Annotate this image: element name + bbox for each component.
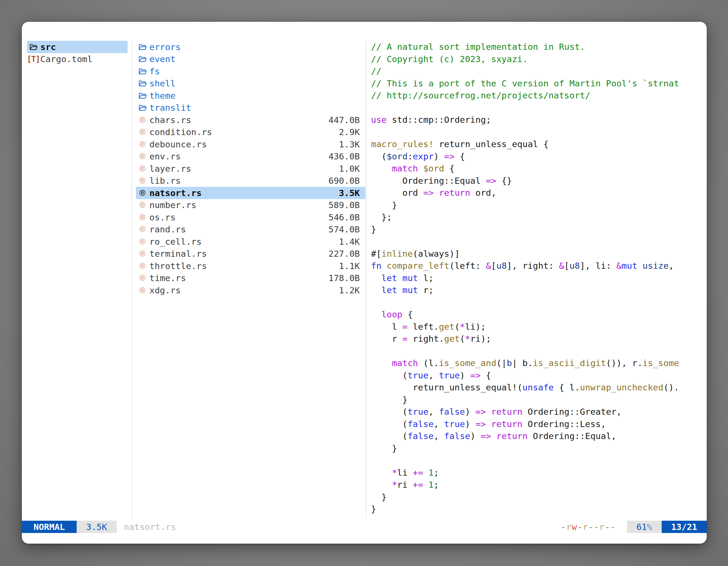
rust-icon: ® — [136, 261, 149, 271]
toml-icon: [T] — [27, 54, 40, 64]
file-row-shell[interactable]: shell — [136, 78, 365, 90]
code-line: let mut r; — [371, 284, 707, 296]
file-row-env.rs[interactable]: ®env.rs436.0B — [136, 151, 365, 163]
code-line: ($ord:expr) => { — [371, 151, 707, 163]
rust-icon: ® — [136, 273, 149, 283]
code-line: #[inline(always)] — [371, 248, 707, 260]
code-line: (true, false) => return Ordering::Greate… — [371, 406, 707, 418]
file-row-ro_cell.rs[interactable]: ®ro_cell.rs1.4K — [136, 236, 365, 248]
file-name: terminal.rs — [149, 249, 207, 259]
code-line: loop { — [371, 308, 707, 321]
file-row-xdg.rs[interactable]: ®xdg.rs1.2K — [136, 284, 365, 296]
rust-icon: ® — [136, 285, 149, 295]
file-size: 1.2K — [339, 285, 365, 295]
code-line: r = right.get(*ri); — [371, 333, 707, 345]
file-size: 436.0B — [328, 151, 365, 161]
rust-icon: ® — [136, 200, 149, 210]
parent-item-Cargo.toml[interactable]: [T]Cargo.toml — [27, 53, 128, 65]
file-row-translit[interactable]: translit — [136, 102, 365, 114]
code-line: } — [371, 199, 707, 212]
code-line: *li += 1; — [371, 467, 707, 479]
file-name: shell — [149, 78, 175, 88]
code-line: return_unless_equal!(unsafe { l.unwrap_u… — [371, 381, 707, 394]
file-row-fs[interactable]: fs — [136, 65, 365, 78]
pane-divider — [131, 41, 132, 518]
rust-icon: ® — [136, 152, 149, 161]
code-line: // http://sourcefrog.net/projects/natsor… — [371, 90, 707, 102]
file-size: 447.0B — [328, 115, 365, 125]
file-row-natsort.rs[interactable]: ®natsort.rs3.5K — [136, 187, 365, 199]
file-row-event[interactable]: event — [136, 53, 365, 65]
code-line: } — [371, 394, 707, 406]
file-row-condition.rs[interactable]: ®condition.rs2.9K — [136, 126, 365, 139]
code-line: fn compare_left(left: &[u8], right: &[u8… — [371, 260, 707, 272]
mode-label: NORMAL — [34, 522, 65, 532]
code-line — [371, 102, 707, 114]
file-name: env.rs — [149, 151, 181, 161]
file-size-label: 3.5K — [86, 522, 107, 532]
file-row-layer.rs[interactable]: ®layer.rs1.0K — [136, 163, 365, 175]
file-row-terminal.rs[interactable]: ®terminal.rs227.0B — [136, 248, 365, 260]
code-line: match $ord { — [371, 163, 707, 175]
code-line: *ri += 1; — [371, 479, 707, 491]
file-size: 589.0B — [328, 200, 365, 210]
folder-open-icon — [27, 43, 40, 51]
file-name: layer.rs — [149, 164, 191, 174]
file-name: Cargo.toml — [40, 54, 93, 64]
code-line — [371, 236, 707, 248]
file-row-time.rs[interactable]: ®time.rs178.0B — [136, 272, 365, 284]
file-name: errors — [149, 42, 181, 52]
cursor-position-label: 13/21 — [671, 522, 697, 532]
file-row-number.rs[interactable]: ®number.rs589.0B — [136, 199, 365, 212]
file-row-rand.rs[interactable]: ®rand.rs574.0B — [136, 224, 365, 236]
file-row-debounce.rs[interactable]: ®debounce.rs1.3K — [136, 138, 365, 151]
status-filename: natsort.rs — [117, 521, 176, 533]
file-name: debounce.rs — [149, 139, 207, 149]
file-preview-pane[interactable]: // A natural sort implementation in Rust… — [371, 41, 707, 517]
file-name: throttle.rs — [149, 261, 207, 271]
code-line: Ordering::Equal => {} — [371, 175, 707, 187]
status-bar: NORMAL 3.5K natsort.rs -rw-r--r-- 61% 13… — [22, 521, 707, 533]
file-row-chars.rs[interactable]: ®chars.rs447.0B — [136, 114, 365, 126]
file-size: 1.3K — [339, 139, 365, 149]
status-bar-left: NORMAL 3.5K natsort.rs — [22, 521, 176, 533]
file-row-errors[interactable]: errors — [136, 41, 365, 53]
rust-icon: ® — [136, 188, 149, 198]
file-row-os.rs[interactable]: ®os.rs546.0B — [136, 211, 365, 224]
file-name: src — [40, 42, 56, 52]
code-line: (false, false) => return Ordering::Equal… — [371, 430, 707, 442]
file-name: ro_cell.rs — [149, 237, 202, 247]
percent-symbol: % — [647, 522, 652, 532]
code-line: // — [371, 65, 707, 78]
file-row-lib.rs[interactable]: ®lib.rs690.0B — [136, 175, 365, 187]
file-name: translit — [149, 103, 191, 113]
mode-badge: NORMAL — [22, 521, 77, 533]
file-name: rand.rs — [149, 224, 186, 234]
parent-item-src[interactable]: src — [27, 41, 128, 53]
code-line: } — [371, 491, 707, 503]
folder-open-icon — [136, 104, 149, 112]
file-manager-window: src[T]Cargo.toml errorseventfsshelltheme… — [22, 22, 707, 544]
code-line: (false, true) => return Ordering::Less, — [371, 418, 707, 430]
parent-pane: src[T]Cargo.toml — [27, 41, 128, 65]
code-line: match (l.is_some_and(|b| b.is_ascii_digi… — [371, 357, 707, 369]
folder-open-icon — [136, 55, 149, 63]
cursor-position-badge: 13/21 — [662, 521, 707, 533]
file-name: time.rs — [149, 273, 186, 283]
file-row-theme[interactable]: theme — [136, 90, 365, 102]
code-line — [371, 345, 707, 357]
file-size: 3.5K — [339, 188, 365, 198]
rust-icon: ® — [136, 213, 149, 222]
file-name: natsort.rs — [149, 188, 202, 198]
file-size: 1.1K — [339, 261, 365, 271]
permissions-text: -rw-r--r-- — [561, 521, 616, 533]
folder-open-icon — [136, 91, 149, 100]
code-line: } — [371, 224, 707, 236]
code-line — [371, 454, 707, 467]
pane-divider — [366, 41, 367, 518]
file-name: lib.rs — [149, 176, 181, 186]
file-name: condition.rs — [149, 127, 212, 137]
code-line: // Copyright (c) 2023, sxyazi. — [371, 53, 707, 65]
file-name: chars.rs — [149, 115, 191, 125]
file-row-throttle.rs[interactable]: ®throttle.rs1.1K — [136, 260, 365, 272]
